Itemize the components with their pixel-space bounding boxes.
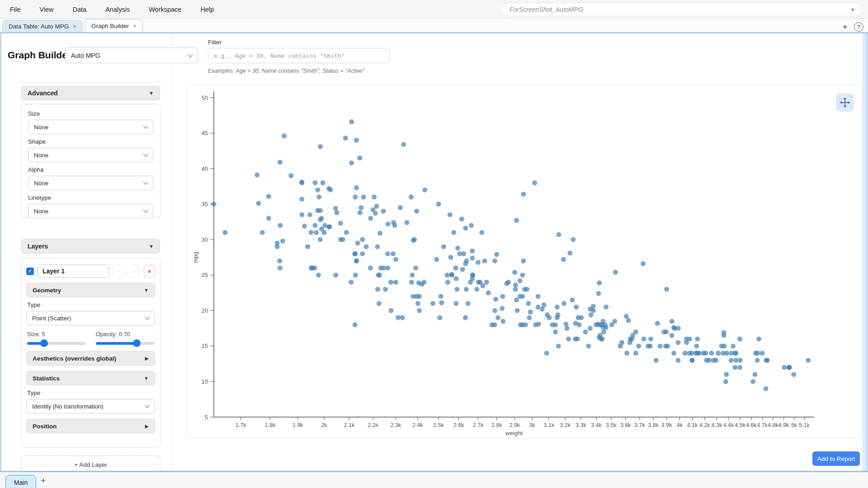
delete-layer-button[interactable]: × (144, 265, 155, 278)
tab-bar: Data Table: Auto MPG × Graph Builder × +… (0, 19, 868, 33)
chart-panel: 51015202530354045501.7k1.8k1.9k2k2.1k2.2… (187, 84, 862, 438)
size-slider[interactable] (27, 342, 86, 345)
scatter-points (212, 119, 811, 391)
chevron-down-icon (143, 179, 148, 184)
tick-marks (210, 98, 804, 420)
menu-view[interactable]: View (39, 6, 53, 13)
svg-text:2.3k: 2.3k (391, 422, 401, 428)
svg-text:2.1k: 2.1k (344, 422, 355, 428)
size-slider-thumb[interactable] (40, 339, 48, 347)
help-icon[interactable]: ? (854, 22, 863, 32)
svg-text:4.9k: 4.9k (778, 422, 789, 428)
tab-data-table[interactable]: Data Table: Auto MPG × (2, 20, 83, 32)
axes (214, 91, 814, 417)
menu-analysis[interactable]: Analysis (105, 6, 130, 13)
alpha-select[interactable]: None (28, 176, 153, 190)
geometry-section-header[interactable]: Geometry ▼ (26, 283, 155, 297)
move-layer-up-button[interactable]: ↑ (113, 265, 124, 278)
shape-select[interactable]: None (28, 148, 153, 162)
svg-text:3.4k: 3.4k (591, 422, 602, 428)
caret-down-icon: ▼ (850, 7, 855, 12)
size-label: Size (28, 110, 153, 117)
layer-name-input[interactable] (38, 264, 109, 278)
svg-text:4.4k: 4.4k (723, 422, 734, 428)
svg-text:2.2k: 2.2k (368, 422, 378, 428)
position-section-header[interactable]: Position ▶ (26, 419, 155, 433)
menu-help[interactable]: Help (200, 6, 214, 13)
svg-text:35: 35 (202, 201, 208, 207)
tab-graph-builder[interactable]: Graph Builder × (85, 19, 143, 32)
svg-text:5.1k: 5.1k (799, 422, 810, 428)
svg-text:50: 50 (202, 94, 208, 101)
statistics-type-select[interactable]: Identity (No transformation) (26, 399, 155, 413)
menu-file[interactable]: File (10, 6, 20, 13)
svg-text:4.1k: 4.1k (687, 422, 698, 428)
advanced-section-header[interactable]: Advanced ▼ (21, 86, 160, 100)
chevron-down-icon (143, 151, 148, 156)
statistics-type-label: Type (27, 389, 154, 396)
aesthetics-section-header[interactable]: Aesthetics (overrides global) ▶ (26, 351, 155, 366)
linetype-label: Linetype (28, 194, 153, 201)
svg-text:2.5k: 2.5k (433, 422, 444, 428)
svg-text:3.6k: 3.6k (620, 422, 631, 428)
opacity-slider[interactable] (96, 342, 155, 345)
menu-data[interactable]: Data (73, 6, 87, 13)
svg-text:4k: 4k (677, 422, 683, 428)
opacity-slider-label: Opacity: 0.70 (96, 331, 155, 338)
vertical-scrollbar[interactable] (863, 33, 867, 471)
move-layer-down-button[interactable]: ↓ (127, 265, 139, 278)
svg-text:3.5k: 3.5k (606, 422, 617, 428)
svg-text:3.1k: 3.1k (543, 422, 554, 428)
dataset-select-value: Auto MPG (71, 52, 189, 59)
layer-visible-checkbox[interactable]: ✓ (26, 267, 34, 275)
geometry-type-select[interactable]: Point (Scatter) (26, 311, 155, 325)
svg-text:4.5k: 4.5k (735, 422, 745, 428)
svg-text:40: 40 (202, 165, 208, 172)
bottom-tab-main[interactable]: Main (5, 475, 36, 488)
add-to-report-button[interactable]: Add to Report (812, 451, 860, 466)
advanced-panel: Size None Shape None Alpha None Linetype… (21, 104, 160, 218)
caret-down-icon: ▼ (144, 375, 149, 381)
page-title: Graph Builder (8, 50, 71, 61)
add-layer-button[interactable]: + Add Layer (21, 455, 160, 471)
layers-section-header[interactable]: Layers ▼ (21, 239, 160, 253)
svg-text:3k: 3k (529, 422, 535, 428)
controls-sidebar: Advanced ▼ Size None Shape None Alpha No… (14, 80, 172, 471)
svg-text:5k: 5k (791, 422, 797, 428)
dataset-select[interactable]: Auto MPG (65, 47, 198, 63)
caret-down-icon: ▼ (144, 287, 149, 293)
svg-text:2k: 2k (321, 422, 327, 428)
menu-bar: File View Data Analysis Workspace Help F… (0, 0, 868, 19)
statistics-section-header[interactable]: Statistics ▼ (26, 371, 155, 385)
chevron-down-icon (143, 207, 148, 212)
tick-labels: 51015202530354045501.7k1.8k1.9k2k2.1k2.2… (202, 94, 810, 429)
size-select[interactable]: None (28, 120, 153, 134)
scatter-plot[interactable]: 51015202530354045501.7k1.8k1.9k2k2.1k2.2… (187, 84, 862, 439)
shape-label: Shape (28, 138, 153, 145)
svg-text:45: 45 (202, 130, 208, 136)
svg-text:3.3k: 3.3k (576, 422, 586, 428)
workspace-selector[interactable]: ForScreenShot_AutoMPG ▼ (501, 3, 862, 16)
caret-right-icon: ▶ (145, 356, 149, 361)
close-icon[interactable]: × (133, 23, 137, 29)
new-tab-button[interactable]: + (842, 23, 848, 32)
svg-text:1.9k: 1.9k (292, 422, 303, 428)
workspace-name: ForScreenShot_AutoMPG (509, 6, 850, 13)
layer-panel: ✓ ↑ ↓ × Geometry ▼ Type Point (Scatter) … (21, 258, 160, 448)
pan-tool-button[interactable] (836, 94, 854, 112)
svg-text:2.7k: 2.7k (473, 422, 484, 428)
add-bottom-tab-button[interactable]: + (41, 476, 46, 486)
svg-text:3.2k: 3.2k (560, 422, 571, 428)
sidebar-divider (172, 33, 172, 471)
size-slider-label: Size: 5 (27, 331, 86, 338)
linetype-select[interactable]: None (28, 204, 153, 218)
opacity-slider-thumb[interactable] (133, 339, 141, 347)
chevron-down-icon (143, 123, 148, 128)
caret-down-icon: ▼ (149, 244, 154, 249)
menu-workspace[interactable]: Workspace (149, 6, 181, 13)
chevron-down-icon (145, 314, 150, 319)
svg-text:2.6k: 2.6k (453, 422, 464, 428)
filter-input[interactable] (208, 48, 390, 63)
svg-text:2.8k: 2.8k (491, 422, 502, 428)
close-icon[interactable]: × (73, 23, 76, 30)
